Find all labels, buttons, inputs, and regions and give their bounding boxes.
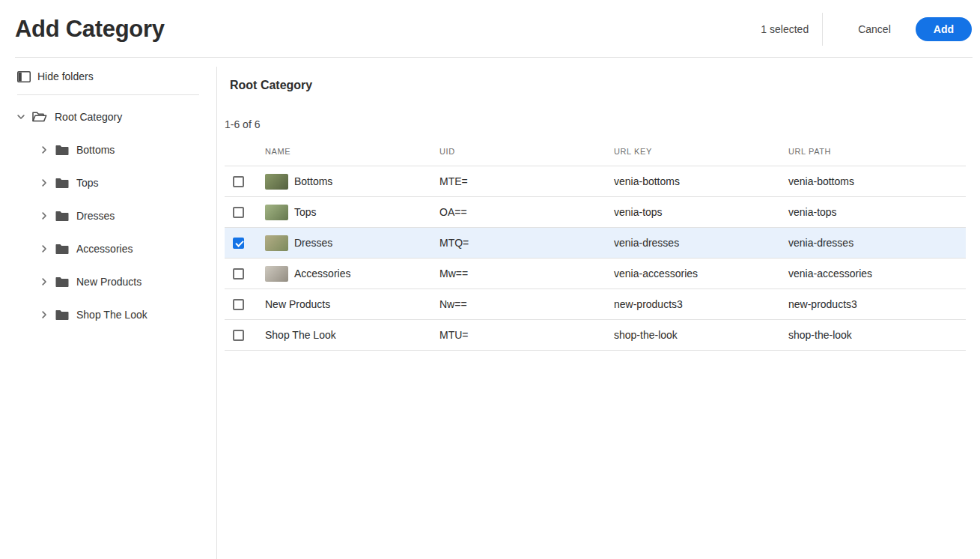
category-thumbnail: [265, 174, 288, 190]
table-row[interactable]: Shop The Look MTU= shop-the-look shop-th…: [225, 320, 966, 351]
tree-item-root-category[interactable]: Root Category: [17, 100, 216, 133]
name-cell: Shop The Look: [265, 329, 439, 341]
chevron-right-icon[interactable]: [40, 311, 48, 318]
content-heading: Root Category: [230, 79, 966, 92]
table-row[interactable]: Accessories Mw== venia-accessories venia…: [225, 259, 966, 289]
selected-count: 1 selected: [761, 23, 809, 35]
dialog-header: Add Category 1 selected Cancel Add: [0, 0, 980, 58]
cancel-button[interactable]: Cancel: [858, 23, 891, 35]
category-url-path: venia-dresses: [788, 237, 966, 249]
category-name: New Products: [265, 298, 330, 310]
hide-folders-button[interactable]: Hide folders: [17, 70, 94, 82]
dialog-body: Hide folders Root Category: [0, 58, 980, 559]
category-url-path: venia-bottoms: [788, 175, 966, 187]
tree-item-accessories[interactable]: Accessories: [40, 232, 216, 265]
category-table-body: Bottoms MTE= venia-bottoms venia-bottoms…: [225, 166, 966, 351]
chevron-right-icon[interactable]: [40, 179, 48, 187]
table-row[interactable]: Tops OA== venia-tops venia-tops: [225, 197, 966, 228]
category-url-key: venia-dresses: [614, 237, 788, 249]
table-row[interactable]: New Products Nw== new-products3 new-prod…: [225, 289, 966, 320]
checkbox-cell: [225, 330, 265, 341]
column-header-checkbox: [225, 147, 265, 156]
row-checkbox[interactable]: [233, 207, 244, 218]
table-header-row: Name UID URL Key URL Path: [225, 147, 966, 166]
sidebar-panel-icon: [17, 71, 31, 82]
name-cell: Bottoms: [265, 174, 439, 190]
category-url-path: new-products3: [788, 298, 966, 310]
header-divider: [822, 13, 823, 46]
row-checkbox[interactable]: [233, 299, 244, 310]
sidebar-divider: [17, 94, 199, 95]
column-header-uid: UID: [439, 147, 614, 156]
tree-item-dresses[interactable]: Dresses: [40, 199, 216, 232]
chevron-right-icon[interactable]: [40, 245, 48, 253]
folder-icon: [55, 244, 69, 255]
checkbox-cell: [225, 238, 265, 249]
category-uid: OA==: [439, 206, 614, 218]
name-cell: Dresses: [265, 235, 439, 251]
category-name: Accessories: [294, 268, 350, 280]
category-url-key: shop-the-look: [614, 329, 788, 341]
category-url-key: venia-tops: [614, 206, 788, 218]
category-thumbnail: [265, 205, 288, 220]
open-folder-icon: [32, 111, 47, 123]
row-checkbox[interactable]: [233, 268, 244, 280]
header-actions: 1 selected Cancel Add: [761, 13, 972, 46]
checkbox-cell: [225, 268, 265, 280]
chevron-down-icon[interactable]: [17, 113, 25, 121]
table-row[interactable]: Bottoms MTE= venia-bottoms venia-bottoms: [225, 166, 966, 197]
category-url-key: new-products3: [614, 298, 788, 310]
category-uid: MTQ=: [439, 237, 614, 249]
folder-tree: Root Category Bottoms Tops: [17, 100, 216, 331]
category-uid: MTE=: [439, 175, 614, 187]
category-name: Shop The Look: [265, 329, 336, 341]
main-panel: Root Category 1-6 of 6 Name UID URL Key …: [217, 58, 980, 559]
tree-item-label: New Products: [76, 276, 141, 288]
row-checkbox[interactable]: [233, 176, 244, 187]
category-name: Tops: [294, 206, 317, 218]
page-title: Add Category: [15, 16, 165, 43]
name-cell: Accessories: [265, 266, 439, 282]
category-thumbnail: [265, 266, 288, 282]
row-checkbox[interactable]: [233, 330, 244, 341]
column-header-url-key: URL Key: [614, 147, 788, 156]
category-name: Bottoms: [294, 175, 332, 187]
folder-icon: [55, 145, 69, 156]
chevron-right-icon[interactable]: [40, 278, 48, 285]
tree-item-label: Root Category: [55, 111, 122, 123]
folder-icon: [55, 211, 69, 222]
folder-icon: [55, 309, 69, 321]
folder-icon: [55, 178, 69, 189]
checkbox-cell: [225, 207, 265, 218]
category-url-path: shop-the-look: [788, 329, 966, 341]
row-checkbox[interactable]: [233, 238, 244, 249]
tree-item-shop-the-look[interactable]: Shop The Look: [40, 298, 216, 331]
category-table: Name UID URL Key URL Path Bottoms MTE= v…: [225, 147, 966, 351]
category-url-path: venia-accessories: [788, 268, 966, 280]
category-name: Dresses: [294, 237, 332, 249]
add-button[interactable]: Add: [916, 17, 972, 41]
tree-item-tops[interactable]: Tops: [40, 166, 216, 199]
hide-folders-label: Hide folders: [37, 70, 94, 82]
folder-tree-children: Bottoms Tops Dresses: [17, 133, 216, 331]
column-header-name: Name: [265, 147, 439, 156]
checkbox-cell: [225, 299, 265, 310]
category-uid: Mw==: [439, 268, 614, 280]
tree-item-label: Dresses: [76, 210, 115, 222]
category-url-key: venia-bottoms: [614, 175, 788, 187]
folder-sidebar: Hide folders Root Category: [0, 58, 216, 559]
name-cell: New Products: [265, 298, 439, 310]
tree-item-label: Accessories: [76, 243, 133, 255]
tree-item-bottoms[interactable]: Bottoms: [40, 133, 216, 166]
chevron-right-icon[interactable]: [40, 146, 48, 154]
column-header-url-path: URL Path: [788, 147, 966, 156]
tree-item-new-products[interactable]: New Products: [40, 265, 216, 298]
category-uid: MTU=: [439, 329, 614, 341]
result-range: 1-6 of 6: [225, 118, 966, 130]
category-url-key: venia-accessories: [614, 268, 788, 280]
chevron-right-icon[interactable]: [40, 212, 48, 220]
folder-icon: [55, 277, 69, 288]
category-thumbnail: [265, 235, 288, 251]
table-row[interactable]: Dresses MTQ= venia-dresses venia-dresses: [225, 228, 966, 259]
name-cell: Tops: [265, 205, 439, 220]
